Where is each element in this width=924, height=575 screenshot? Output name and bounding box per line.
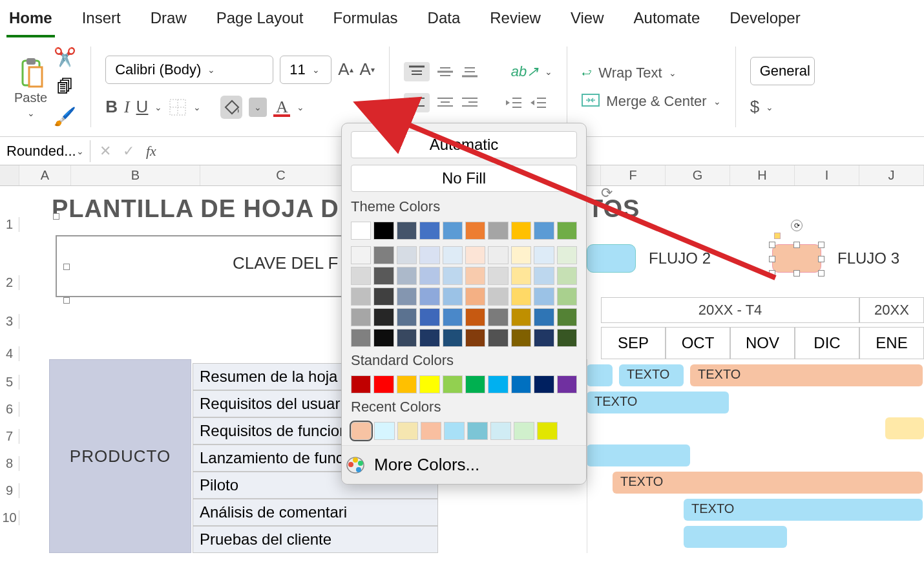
color-swatch[interactable]: [397, 288, 417, 306]
adjust-handle[interactable]: [774, 233, 781, 239]
selection-handle[interactable]: [818, 242, 824, 248]
color-swatch[interactable]: [514, 422, 534, 440]
currency-button[interactable]: $: [750, 97, 759, 117]
selection-handle[interactable]: [818, 270, 824, 277]
row-header[interactable]: 8: [0, 456, 19, 471]
paste-chevron-icon[interactable]: ⌄: [27, 108, 35, 118]
color-swatch[interactable]: [443, 267, 463, 285]
more-colors-button[interactable]: More Colors...: [342, 445, 586, 484]
orientation-button[interactable]: ab↗: [511, 63, 538, 80]
color-swatch[interactable]: [511, 246, 531, 264]
borders-button[interactable]: [169, 98, 187, 116]
task-label[interactable]: Pruebas del cliente: [193, 526, 438, 553]
align-center-button[interactable]: [436, 96, 454, 110]
row-header[interactable]: 10: [0, 510, 19, 525]
color-swatch[interactable]: [534, 375, 554, 393]
color-swatch[interactable]: [419, 246, 439, 264]
gantt-bar[interactable]: TEXTO: [690, 364, 923, 386]
gantt-bar[interactable]: [684, 526, 787, 548]
color-swatch[interactable]: [373, 329, 394, 347]
color-swatch[interactable]: [488, 308, 508, 326]
color-swatch[interactable]: [373, 222, 394, 240]
selection-handle[interactable]: [793, 242, 800, 248]
row-header[interactable]: 3: [0, 314, 19, 329]
color-swatch[interactable]: [351, 422, 372, 440]
tab-draw[interactable]: Draw: [148, 5, 189, 37]
align-top-button[interactable]: [404, 62, 430, 81]
row-header[interactable]: 4: [0, 346, 19, 361]
color-swatch[interactable]: [511, 308, 531, 326]
color-swatch[interactable]: [373, 308, 394, 326]
color-swatch[interactable]: [490, 422, 511, 440]
color-swatch[interactable]: [351, 329, 371, 347]
selection-handle[interactable]: [769, 270, 775, 277]
tab-data[interactable]: Data: [425, 5, 463, 37]
color-swatch[interactable]: [419, 267, 439, 285]
color-swatch[interactable]: [488, 288, 508, 306]
color-swatch[interactable]: [465, 308, 485, 326]
col-header[interactable]: C: [200, 165, 362, 185]
color-swatch[interactable]: [374, 422, 395, 440]
tab-developer[interactable]: Developer: [727, 5, 803, 37]
color-swatch[interactable]: [488, 329, 508, 347]
color-swatch[interactable]: [443, 308, 463, 326]
color-swatch[interactable]: [534, 222, 554, 240]
col-header[interactable]: I: [795, 165, 859, 185]
orientation-chevron-icon[interactable]: ⌄: [545, 67, 552, 77]
color-swatch[interactable]: [511, 267, 531, 285]
color-swatch[interactable]: [534, 246, 554, 264]
bold-button[interactable]: B: [105, 97, 118, 117]
color-swatch[interactable]: [397, 267, 417, 285]
col-header[interactable]: H: [730, 165, 795, 185]
color-swatch[interactable]: [488, 267, 508, 285]
color-swatch[interactable]: [397, 329, 417, 347]
gantt-bar[interactable]: TEXTO: [619, 364, 684, 386]
merge-center-button[interactable]: Merge & Center ⌄: [582, 93, 720, 110]
color-swatch[interactable]: [443, 329, 463, 347]
color-swatch[interactable]: [534, 329, 554, 347]
align-left-button[interactable]: [404, 93, 430, 112]
row-header[interactable]: 1: [0, 217, 19, 232]
tab-insert[interactable]: Insert: [79, 5, 123, 37]
color-swatch[interactable]: [488, 222, 508, 240]
color-swatch[interactable]: [373, 246, 394, 264]
color-swatch[interactable]: [397, 375, 417, 393]
color-swatch[interactable]: [488, 375, 508, 393]
color-swatch[interactable]: [397, 422, 418, 440]
decrease-indent-button[interactable]: [505, 96, 523, 110]
color-swatch[interactable]: [419, 222, 439, 240]
color-swatch[interactable]: [373, 288, 394, 306]
row-header[interactable]: 7: [0, 429, 19, 444]
color-swatch[interactable]: [419, 288, 439, 306]
color-swatch[interactable]: [465, 222, 485, 240]
color-swatch[interactable]: [557, 288, 577, 306]
selection-handle[interactable]: [63, 264, 70, 270]
color-swatch[interactable]: [488, 246, 508, 264]
tab-formulas[interactable]: Formulas: [331, 5, 401, 37]
increase-font-button[interactable]: A▴: [338, 59, 353, 79]
legend-shape-flujo2[interactable]: [587, 244, 636, 273]
color-swatch[interactable]: [421, 422, 441, 440]
tab-home[interactable]: Home: [6, 5, 55, 37]
gantt-bar[interactable]: [587, 364, 613, 386]
accept-formula-icon[interactable]: ✓: [123, 143, 134, 160]
fill-color-chevron-icon[interactable]: ⌄: [249, 98, 267, 117]
color-swatch[interactable]: [443, 222, 463, 240]
gantt-bar[interactable]: [587, 444, 690, 466]
color-swatch[interactable]: [397, 246, 417, 264]
no-fill-button[interactable]: No Fill: [351, 165, 577, 192]
decrease-font-button[interactable]: A▾: [360, 59, 375, 79]
color-swatch[interactable]: [351, 308, 371, 326]
tab-review[interactable]: Review: [487, 5, 543, 37]
color-swatch[interactable]: [557, 222, 577, 240]
wrap-text-button[interactable]: ⮐ Wrap Text ⌄: [582, 65, 676, 81]
color-swatch[interactable]: [444, 422, 465, 440]
color-swatch[interactable]: [465, 288, 485, 306]
row-header[interactable]: 6: [0, 402, 19, 417]
color-swatch[interactable]: [511, 375, 531, 393]
tab-view[interactable]: View: [568, 5, 607, 37]
color-swatch[interactable]: [443, 246, 463, 264]
color-swatch[interactable]: [534, 308, 554, 326]
automatic-color-button[interactable]: Automatic: [351, 131, 577, 158]
color-swatch[interactable]: [397, 222, 417, 240]
